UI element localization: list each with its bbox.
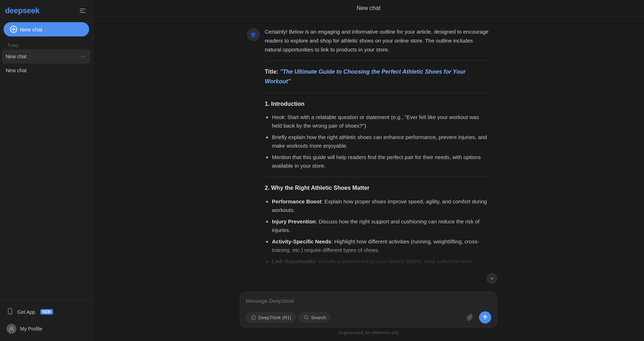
message-container: Certainly! Below is an engaging and info… bbox=[240, 28, 497, 273]
new-chat-button[interactable]: New chat bbox=[4, 22, 89, 36]
attach-button[interactable] bbox=[464, 311, 476, 323]
ai-message: Certainly! Below is an engaging and info… bbox=[247, 28, 490, 272]
deepthink-label: DeepThink (R1) bbox=[258, 315, 291, 320]
svg-rect-1 bbox=[80, 10, 83, 11]
deepthink-icon bbox=[250, 315, 256, 320]
svg-point-6 bbox=[250, 31, 257, 38]
search-chip[interactable]: Search bbox=[299, 312, 331, 322]
section-1-bullets: Hook: Start with a relatable question or… bbox=[265, 113, 490, 170]
chat-list: Today New chat ··· New chat ··· bbox=[0, 41, 93, 300]
article-title: Title: "The Ultimate Guide to Choosing t… bbox=[265, 67, 490, 86]
page-title: New chat bbox=[357, 5, 381, 11]
chat-item[interactable]: New chat ··· bbox=[2, 64, 91, 76]
list-item: Activity-Specific Needs: Highlight how d… bbox=[272, 237, 490, 254]
footer-note: AI-generated, for reference only bbox=[338, 327, 399, 339]
section-2-bullets: Performance Boost: Explain how proper sh… bbox=[265, 197, 490, 266]
message-input[interactable] bbox=[246, 297, 491, 307]
section-heading-2: 2. Why the Right Athletic Shoes Matter bbox=[265, 183, 490, 193]
section-heading-1: 1. Introduction bbox=[265, 99, 490, 109]
chat-content[interactable]: Certainly! Below is an engaging and info… bbox=[93, 17, 644, 273]
new-chat-label: New chat bbox=[20, 26, 43, 33]
list-item: Injury Prevention: Discuss how the right… bbox=[272, 217, 490, 234]
svg-point-8 bbox=[251, 315, 255, 320]
profile-button[interactable]: My Profile bbox=[2, 320, 91, 337]
logo-area: deepseek bbox=[5, 6, 39, 15]
svg-rect-2 bbox=[80, 12, 86, 13]
deepthink-chip[interactable]: DeepThink (R1) bbox=[246, 312, 296, 322]
search-chip-icon bbox=[303, 315, 309, 320]
input-box: DeepThink (R1) Search bbox=[240, 292, 497, 327]
message-intro: Certainly! Below is an engaging and info… bbox=[265, 28, 490, 54]
search-label: Search bbox=[311, 315, 326, 320]
ai-avatar bbox=[247, 28, 260, 41]
message-divider bbox=[265, 60, 490, 61]
chat-item-menu-button[interactable]: ··· bbox=[79, 53, 87, 60]
input-area: DeepThink (R1) Search bbox=[93, 287, 644, 341]
new-chat-icon bbox=[10, 26, 17, 33]
send-button[interactable] bbox=[479, 311, 491, 323]
sidebar: deepseek New chat Today New chat ··· New… bbox=[0, 0, 93, 341]
svg-point-5 bbox=[10, 327, 13, 329]
main-header: New chat bbox=[93, 0, 644, 17]
svg-point-7 bbox=[254, 33, 255, 34]
sidebar-toggle-button[interactable] bbox=[78, 6, 88, 16]
sidebar-header: deepseek bbox=[0, 0, 93, 19]
title-label: Title: bbox=[265, 69, 280, 75]
avatar bbox=[6, 324, 16, 334]
list-item: Briefly explain how the right athletic s… bbox=[272, 133, 490, 150]
main-area: New chat Certainly! Below is an engaging… bbox=[93, 0, 644, 341]
sidebar-bottom: Get App NEW My Profile bbox=[0, 300, 93, 341]
message-divider bbox=[265, 177, 490, 177]
scroll-area bbox=[233, 273, 504, 287]
section-today-label: Today bbox=[2, 41, 91, 49]
svg-point-4 bbox=[10, 313, 10, 313]
list-item: Mention that this guide will help reader… bbox=[272, 153, 490, 170]
list-item: Link Opportunity: Include a general link… bbox=[272, 257, 490, 266]
list-item: Hook: Start with a relatable question or… bbox=[272, 113, 490, 130]
chat-item-label: New chat bbox=[6, 54, 79, 59]
input-tools-left: DeepThink (R1) Search bbox=[246, 312, 331, 322]
input-toolbar: DeepThink (R1) Search bbox=[246, 311, 491, 323]
fade-out-container: 2. Why the Right Athletic Shoes Matter P… bbox=[265, 183, 490, 266]
chat-item[interactable]: New chat ··· bbox=[2, 49, 91, 64]
phone-icon bbox=[6, 308, 14, 316]
logo: deepseek bbox=[5, 6, 39, 15]
get-app-label: Get App bbox=[17, 309, 35, 315]
message-divider bbox=[265, 93, 490, 93]
profile-label: My Profile bbox=[20, 326, 42, 332]
chat-item-label: New chat bbox=[6, 68, 87, 73]
get-app-button[interactable]: Get App NEW bbox=[2, 304, 91, 320]
input-tools-right bbox=[464, 311, 491, 323]
article-title-text: "The Ultimate Guide to Choosing the Perf… bbox=[265, 69, 465, 84]
svg-rect-0 bbox=[80, 9, 86, 9]
list-item: Performance Boost: Explain how proper sh… bbox=[272, 197, 490, 214]
new-badge: NEW bbox=[40, 309, 53, 315]
message-body: Certainly! Below is an engaging and info… bbox=[265, 28, 490, 272]
scroll-down-button[interactable] bbox=[487, 273, 497, 284]
